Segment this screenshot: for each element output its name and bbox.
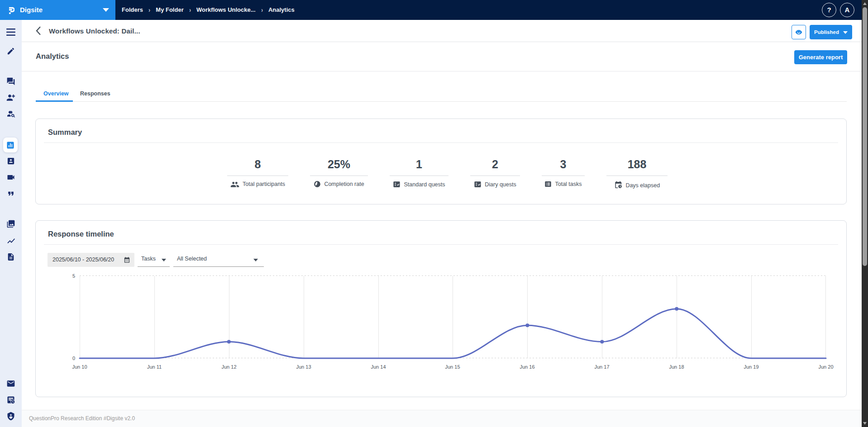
svg-text:Jun 11: Jun 11: [147, 364, 162, 370]
svg-text:Jun 15: Jun 15: [445, 364, 460, 370]
svg-text:Jun 18: Jun 18: [669, 364, 684, 370]
svg-text:5: 5: [72, 273, 75, 279]
svg-text:Jun 17: Jun 17: [594, 364, 609, 370]
svg-text:0: 0: [72, 356, 75, 361]
svg-text:Jun 10: Jun 10: [72, 364, 87, 370]
svg-text:Jun 16: Jun 16: [520, 364, 534, 370]
svg-text:Jun 14: Jun 14: [371, 364, 386, 370]
svg-text:Jun 19: Jun 19: [744, 364, 758, 370]
svg-text:Jun 12: Jun 12: [221, 364, 236, 370]
svg-text:Jun 20: Jun 20: [818, 364, 833, 370]
svg-text:Jun 13: Jun 13: [296, 364, 311, 370]
